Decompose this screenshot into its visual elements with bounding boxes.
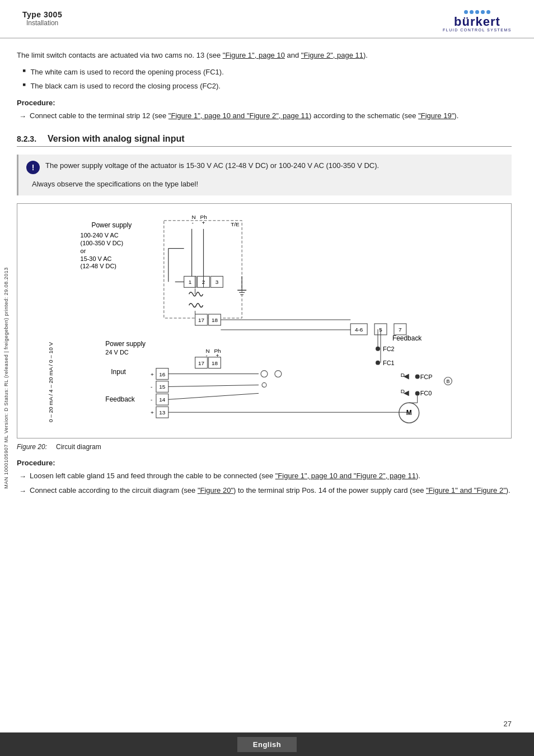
svg-text:16: 16 xyxy=(159,371,166,377)
section-heading: 8.2.3. Version with analog signal input xyxy=(17,134,512,147)
bullet-dot-1: ▪ xyxy=(22,66,26,76)
intro-link1[interactable]: "Figure 1", page 10 xyxy=(223,51,285,59)
logo-dot-5 xyxy=(486,10,490,14)
svg-text:1: 1 xyxy=(189,279,192,285)
logo-dot-2 xyxy=(470,10,474,14)
svg-text:-: - xyxy=(206,352,208,358)
svg-text:+: + xyxy=(216,352,219,358)
svg-point-85 xyxy=(262,382,266,387)
warning-row: ! The power supply voltage of the actuat… xyxy=(26,160,504,174)
procedure1-item: → Connect cable to the terminal strip 12… xyxy=(19,110,512,122)
svg-text:+: + xyxy=(151,409,154,416)
figure-caption-desc: Circuit diagram xyxy=(56,443,101,451)
intro-paragraph: The limit switch contacts are actuated v… xyxy=(17,50,512,61)
svg-text:Power supply: Power supply xyxy=(105,339,146,347)
footer-bar: English xyxy=(0,732,534,756)
warning-note: Always observe the specifications on the… xyxy=(26,179,504,190)
svg-text:or: or xyxy=(81,247,86,254)
warning-box: ! The power supply voltage of the actuat… xyxy=(17,155,512,195)
svg-text:7: 7 xyxy=(399,326,402,332)
arrow-symbol-1: → xyxy=(19,111,26,122)
svg-point-68 xyxy=(415,374,420,379)
svg-text:+: + xyxy=(202,219,205,225)
svg-text:24 V DC: 24 V DC xyxy=(105,348,128,355)
svg-text:Input: Input xyxy=(111,367,126,375)
figure-caption: Figure 20: Circuit diagram xyxy=(17,443,512,451)
arrow-symbol-2: → xyxy=(19,471,26,482)
logo-dot-4 xyxy=(481,10,485,14)
intro-link2[interactable]: "Figure 2", page 11 xyxy=(301,51,363,59)
svg-text:T/E: T/E xyxy=(231,221,240,227)
svg-point-64 xyxy=(376,360,380,365)
svg-text:3: 3 xyxy=(216,279,219,285)
procedure2-header: Procedure: xyxy=(17,459,512,467)
diagram-container: Power supply 100-240 V AC (100-350 V DC)… xyxy=(17,203,512,438)
svg-text:0 – 20 mA / 4 – 20 mA / 0 – 10: 0 – 20 mA / 4 – 20 mA / 0 – 10 V xyxy=(48,342,54,422)
procedure2-item2: → Connect cable according to the circuit… xyxy=(19,485,512,497)
section-number: 8.2.3. xyxy=(17,134,36,143)
bullet-item-1: ▪ The white cam is used to record the op… xyxy=(22,67,512,78)
svg-text:15: 15 xyxy=(159,384,166,390)
svg-line-89 xyxy=(168,385,259,386)
logo-dots xyxy=(464,10,490,14)
procedure1-header: Procedure: xyxy=(17,99,512,107)
svg-text:FC1: FC1 xyxy=(383,359,395,366)
bullet-list: ▪ The white cam is used to record the op… xyxy=(22,67,512,92)
svg-text:13: 13 xyxy=(159,409,166,416)
bullet-text-2: The black cam is used to record the clos… xyxy=(30,81,221,92)
proc2-link2[interactable]: "Figure 20" xyxy=(198,486,233,494)
header-left: Type 3005 Installation xyxy=(22,10,62,27)
logo-dot-3 xyxy=(475,10,479,14)
logo-name: bürkert xyxy=(454,16,500,28)
svg-text:(100-350 V DC): (100-350 V DC) xyxy=(81,239,124,246)
page-wrapper: Type 3005 Installation bürkert FLUID CON… xyxy=(0,0,534,756)
svg-text:17: 17 xyxy=(198,360,205,366)
header-subtitle: Installation xyxy=(26,19,58,27)
svg-point-84 xyxy=(275,370,282,377)
language-tab[interactable]: English xyxy=(237,737,297,752)
svg-text:M: M xyxy=(406,409,412,417)
logo-tagline: FLUID CONTROL SYSTEMS xyxy=(443,28,512,32)
svg-text:14: 14 xyxy=(159,396,166,403)
bullet-item-2: ▪ The black cam is used to record the cl… xyxy=(22,81,512,92)
warning-text: The power supply voltage of the actuator… xyxy=(45,160,379,171)
circuit-diagram-svg: Power supply 100-240 V AC (100-350 V DC)… xyxy=(17,204,511,438)
svg-text:4-6: 4-6 xyxy=(355,326,363,332)
svg-text:FC0: FC0 xyxy=(420,390,432,396)
sidebar-label: MAN 1000105907 ML Version: D Status: RL … xyxy=(0,112,12,644)
svg-line-90 xyxy=(168,393,259,399)
svg-text:Feedback: Feedback xyxy=(105,395,134,403)
svg-text:FCP: FCP xyxy=(420,373,433,380)
svg-text:B: B xyxy=(446,379,449,384)
svg-text:-: - xyxy=(151,396,152,403)
proc1-link2[interactable]: "Figure 19" xyxy=(418,111,454,120)
proc1-link1[interactable]: "Figure 1", page 10 and "Figure 2", page… xyxy=(168,111,309,120)
arrow-symbol-3: → xyxy=(19,486,26,497)
svg-text:Feedback: Feedback xyxy=(392,334,421,342)
svg-text:15-30 V AC: 15-30 V AC xyxy=(81,255,112,262)
header: Type 3005 Installation bürkert FLUID CON… xyxy=(0,0,534,39)
figure-caption-label: Figure 20: xyxy=(17,443,47,451)
svg-text:+: + xyxy=(151,371,154,377)
warning-icon: ! xyxy=(26,161,40,174)
bullet-text-1: The white cam is used to record the open… xyxy=(30,67,223,78)
svg-point-83 xyxy=(261,370,268,377)
svg-text:FC2: FC2 xyxy=(383,345,395,352)
logo-dot-1 xyxy=(464,10,468,14)
section-title: Version with analog signal input xyxy=(48,134,184,144)
svg-text:(12-48 V DC): (12-48 V DC) xyxy=(81,263,116,269)
svg-text:17: 17 xyxy=(198,316,205,323)
proc2-link1[interactable]: "Figure 1", page 10 and "Figure 2", page… xyxy=(275,472,416,480)
svg-text:18: 18 xyxy=(212,316,218,323)
svg-text:-: - xyxy=(151,384,152,390)
page-number: 27 xyxy=(504,720,512,728)
burkert-logo: bürkert FLUID CONTROL SYSTEMS xyxy=(443,10,512,32)
header-type-label: Type 3005 xyxy=(22,10,62,19)
procedure2-item1: → Loosen left cable gland 15 and feed th… xyxy=(19,470,512,482)
svg-text:100-240 V AC: 100-240 V AC xyxy=(81,231,119,238)
svg-rect-12 xyxy=(164,220,242,318)
main-content: The limit switch contacts are actuated v… xyxy=(0,39,534,756)
proc2-link3[interactable]: "Figure 1" and "Figure 2" xyxy=(426,486,506,494)
bullet-dot-2: ▪ xyxy=(22,80,26,90)
svg-text:18: 18 xyxy=(212,360,218,366)
